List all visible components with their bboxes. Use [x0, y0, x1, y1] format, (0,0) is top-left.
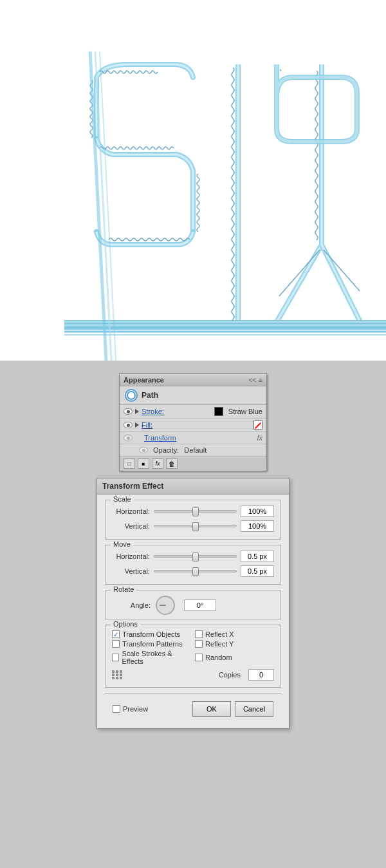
transform-row: Transform fx	[120, 432, 266, 444]
transform-patterns-checkbox[interactable]	[112, 640, 120, 648]
dialog-footer: Preview OK Cancel	[105, 697, 281, 723]
scale-v-label: Vertical:	[112, 522, 154, 530]
copies-label: Copies	[219, 671, 241, 679]
rotate-section: Rotate Angle:	[105, 590, 281, 619]
fx-label: fx	[257, 434, 262, 442]
reflect-y-checkbox[interactable]	[195, 640, 203, 648]
appearance-toolbar: □ ■ fx 🗑	[120, 457, 266, 471]
move-vertical-row: Vertical:	[112, 565, 274, 577]
move-section: Move Horizontal: Vertical:	[105, 545, 281, 585]
move-h-input[interactable]	[241, 551, 274, 562]
copies-input[interactable]	[248, 669, 274, 681]
opacity-label: Opacity:	[153, 446, 179, 454]
appearance-title: Appearance	[124, 376, 164, 384]
transform-objects-checkbox[interactable]	[112, 630, 120, 638]
stroke-value: Straw Blue	[228, 408, 262, 415]
angle-row: Angle:	[112, 596, 274, 615]
scale-vertical-row: Vertical:	[112, 520, 274, 532]
move-horizontal-row: Horizontal:	[112, 551, 274, 562]
copies-row: Copies	[112, 669, 274, 683]
reflect-y-row[interactable]: Reflect Y	[195, 640, 274, 648]
scale-h-input[interactable]	[241, 505, 274, 517]
options-legend: Options	[111, 620, 140, 628]
preview-row: Preview	[113, 705, 148, 713]
transform-patterns-label: Transform Patterns	[122, 640, 183, 648]
angle-dial-indicator	[160, 605, 166, 606]
scale-h-slider[interactable]	[154, 510, 237, 513]
ok-button[interactable]: OK	[192, 701, 231, 717]
scale-horizontal-row: Horizontal:	[112, 505, 274, 517]
panel-menu-button[interactable]: ≡	[259, 377, 262, 384]
visibility-eye-stroke[interactable]	[124, 408, 133, 415]
scale-strokes-row[interactable]: Scale Strokes & Effects	[112, 650, 191, 665]
move-legend: Move	[111, 540, 133, 548]
angle-input[interactable]	[184, 599, 216, 611]
appearance-titlebar: Appearance << ≡	[120, 374, 266, 386]
fill-color-swatch[interactable]	[253, 420, 262, 429]
fill-row: Fill:	[120, 419, 266, 432]
delete-btn[interactable]: 🗑	[166, 458, 178, 469]
reflect-x-row[interactable]: Reflect X	[195, 630, 274, 638]
preview-checkbox[interactable]	[113, 705, 120, 713]
scale-strokes-checkbox[interactable]	[112, 654, 119, 661]
stroke-row: Stroke: Straw Blue	[120, 405, 266, 419]
scale-legend: Scale	[111, 495, 134, 503]
rotate-legend: Rotate	[111, 585, 136, 593]
transform-objects-row[interactable]: Transform Objects	[112, 630, 191, 638]
collapse-button[interactable]: <<	[248, 377, 256, 384]
transform-label[interactable]: Transform	[144, 434, 254, 442]
visibility-eye-transform[interactable]	[124, 435, 133, 441]
reflect-x-label: Reflect X	[205, 630, 234, 638]
fill-label[interactable]: Fill:	[142, 421, 251, 429]
path-row: Path	[120, 386, 266, 405]
transform-dialog: Transform Effect Scale Horizontal: Verti…	[96, 478, 290, 729]
move-v-slider[interactable]	[154, 570, 237, 572]
reflect-y-label: Reflect Y	[205, 640, 234, 648]
visibility-eye-opacity[interactable]	[139, 447, 148, 453]
path-label: Path	[142, 391, 158, 400]
move-v-input[interactable]	[241, 565, 274, 577]
add-stroke-btn[interactable]: □	[124, 458, 135, 469]
preview-label: Preview	[123, 705, 148, 713]
path-icon	[125, 389, 138, 402]
dialog-title: Transform Effect	[102, 482, 163, 491]
scale-v-slider[interactable]	[154, 525, 237, 527]
stroke-color-swatch[interactable]	[214, 407, 223, 416]
visibility-eye-fill[interactable]	[124, 422, 133, 428]
angle-label: Angle:	[125, 601, 151, 609]
footer-buttons: OK Cancel	[192, 701, 273, 717]
random-checkbox[interactable]	[195, 654, 203, 661]
move-h-slider[interactable]	[154, 555, 237, 558]
opacity-value: Default	[184, 446, 207, 454]
copies-icon	[112, 670, 123, 679]
options-grid: Transform Objects Reflect X Transform Pa…	[112, 630, 274, 665]
cancel-button[interactable]: Cancel	[235, 701, 273, 717]
random-label: Random	[205, 654, 232, 661]
scale-strokes-label: Scale Strokes & Effects	[122, 650, 191, 665]
fill-expand-arrow[interactable]	[135, 422, 139, 428]
scale-v-input[interactable]	[241, 520, 274, 532]
canvas	[0, 0, 386, 361]
options-section: Options Transform Objects Reflect X Tran…	[105, 625, 281, 688]
opacity-row: Opacity: Default	[120, 444, 266, 457]
appearance-panel: Appearance << ≡ Path Stroke: Straw Blue	[119, 373, 267, 471]
move-h-label: Horizontal:	[112, 552, 154, 560]
reflect-x-checkbox[interactable]	[195, 630, 203, 638]
scale-section: Scale Horizontal: Vertical:	[105, 500, 281, 540]
random-row[interactable]: Random	[195, 650, 274, 665]
angle-dial[interactable]	[156, 596, 175, 615]
add-fill-btn[interactable]: ■	[138, 458, 149, 469]
scale-h-label: Horizontal:	[112, 507, 154, 515]
transform-patterns-row[interactable]: Transform Patterns	[112, 640, 191, 648]
move-v-label: Vertical:	[112, 567, 154, 575]
dialog-titlebar: Transform Effect	[97, 478, 289, 495]
stroke-label[interactable]: Stroke:	[142, 408, 212, 415]
transform-objects-label: Transform Objects	[122, 630, 180, 638]
add-fx-btn[interactable]: fx	[152, 458, 163, 469]
stroke-expand-arrow[interactable]	[135, 409, 139, 414]
dialog-divider	[105, 693, 281, 693]
